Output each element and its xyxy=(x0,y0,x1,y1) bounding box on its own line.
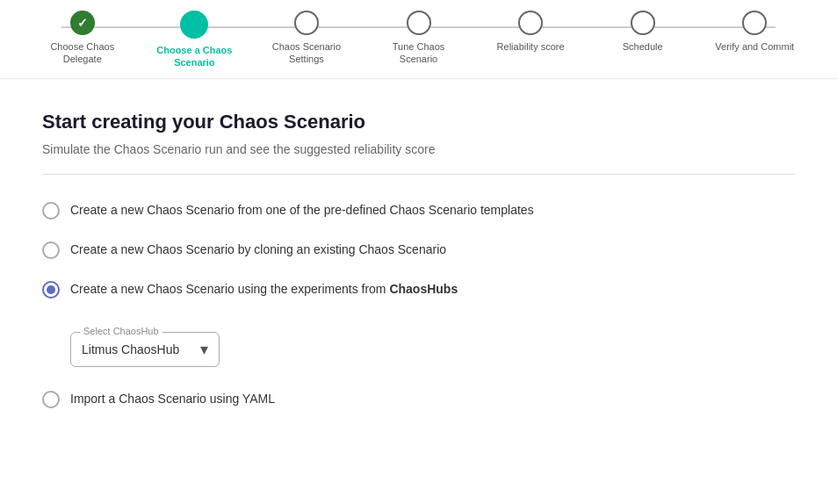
chaoshub-select-value: Litmus ChaosHub xyxy=(82,342,179,356)
step-choose-scenario[interactable]: Choose a Chaos Scenario xyxy=(139,11,251,78)
step-circle-verify-commit xyxy=(742,11,767,35)
step-label-choose-scenario: Choose a Chaos Scenario xyxy=(155,44,234,69)
step-tune-scenario[interactable]: Tune Chaos Scenario xyxy=(363,11,475,75)
step-label-schedule: Schedule xyxy=(623,40,663,53)
step-label-tune-scenario: Tune Chaos Scenario xyxy=(379,40,458,66)
radio-by-cloning[interactable] xyxy=(42,241,60,259)
step-circle-tune-scenario xyxy=(407,11,431,35)
option-from-templates[interactable]: Create a new Chaos Scenario from one of … xyxy=(42,201,795,220)
option-from-chaoshubs-label-bold: ChaosHubs xyxy=(389,282,458,296)
step-label-scenario-settings: Chaos Scenario Settings xyxy=(267,40,346,66)
step-schedule[interactable]: Schedule xyxy=(587,11,699,61)
checkmark-icon: ✓ xyxy=(77,16,88,30)
radio-from-templates[interactable] xyxy=(42,202,60,220)
step-circle-reliability-score xyxy=(518,11,543,35)
step-verify-commit[interactable]: Verify and Commit xyxy=(698,11,811,61)
option-by-cloning-label: Create a new Chaos Scenario by cloning a… xyxy=(70,241,446,259)
step-label-verify-commit: Verify and Commit xyxy=(715,40,794,53)
step-circle-scenario-settings xyxy=(294,11,319,35)
step-scenario-settings[interactable]: Chaos Scenario Settings xyxy=(250,11,363,75)
step-circle-choose-delegate: ✓ xyxy=(70,11,95,35)
step-label-reliability-score: Reliability score xyxy=(497,40,565,53)
radio-using-yaml[interactable] xyxy=(42,391,60,408)
chaoshub-select-inner[interactable]: Litmus ChaosHub ▾ xyxy=(82,336,208,359)
option-using-yaml-label: Import a Chaos Scenario using YAML xyxy=(70,390,275,408)
chaoshub-select-label: Select ChaosHub xyxy=(80,326,162,336)
option-by-cloning[interactable]: Create a new Chaos Scenario by cloning a… xyxy=(42,241,795,259)
step-reliability-score[interactable]: Reliability score xyxy=(474,11,587,61)
option-using-yaml[interactable]: Import a Chaos Scenario using YAML xyxy=(42,390,795,408)
main-content: Start creating your Chaos Scenario Simul… xyxy=(0,79,837,461)
section-divider xyxy=(42,174,795,175)
step-label-choose-delegate: Choose Chaos Delegate xyxy=(43,40,122,66)
step-choose-delegate[interactable]: ✓ Choose Chaos Delegate xyxy=(26,11,139,75)
step-circle-choose-scenario xyxy=(180,11,208,39)
step-circle-schedule xyxy=(631,11,655,35)
chaoshub-select-container[interactable]: Select ChaosHub Litmus ChaosHub ▾ xyxy=(70,332,220,367)
option-from-chaoshubs-label-prefix: Create a new Chaos Scenario using the ex… xyxy=(70,282,389,296)
page-subtitle: Simulate the Chaos Scenario run and see … xyxy=(42,142,795,156)
page-title: Start creating your Chaos Scenario xyxy=(42,111,795,133)
option-from-chaoshubs[interactable]: Create a new Chaos Scenario using the ex… xyxy=(42,280,795,299)
stepper: ✓ Choose Chaos Delegate Choose a Chaos S… xyxy=(0,0,837,79)
radio-from-chaoshubs[interactable] xyxy=(42,281,60,299)
option-from-chaoshubs-label-container: Create a new Chaos Scenario using the ex… xyxy=(70,280,458,299)
chevron-down-icon: ▾ xyxy=(200,340,208,359)
option-from-templates-label: Create a new Chaos Scenario from one of … xyxy=(70,201,534,220)
